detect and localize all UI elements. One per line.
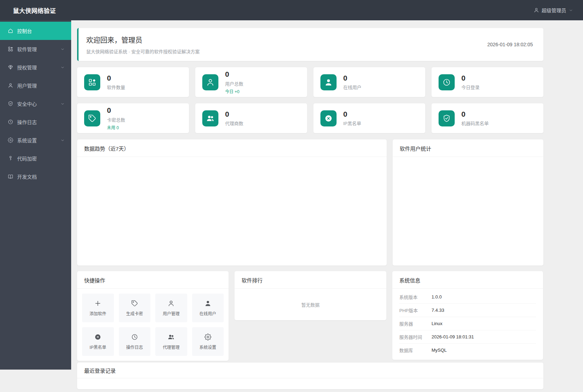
sidebar-item-encryption[interactable]: 代码加密: [0, 149, 71, 167]
bottom-row: 快捷操作 添加软件 生成卡密 用户管理 在线用户: [77, 271, 543, 361]
clock-icon: [442, 78, 451, 87]
system-info-panel: 系统信息 系统版本 1.0.0 PHP版本 7.4.33 服务器 Linux 服…: [392, 271, 543, 360]
chevron-down-icon: [569, 8, 573, 13]
shield-check-icon: [8, 101, 13, 106]
stat-card-ip-blacklist: 0IP黑名单: [313, 103, 425, 133]
quick-action-label: 代理管理: [163, 344, 179, 350]
chevron-down-icon: [60, 65, 65, 70]
sidebar-item-label: 控制台: [17, 27, 65, 34]
trend-chart-panel: 数据趋势（近7天）: [77, 139, 387, 266]
sidebar-item-license[interactable]: 授权管理: [0, 58, 71, 76]
quick-action-generate-keys[interactable]: 生成卡密: [119, 294, 151, 322]
book-icon: [8, 174, 13, 179]
stat-label: IP黑名单: [343, 120, 361, 126]
stat-card-card-keys: 0卡密总数未用 0: [77, 103, 189, 133]
stat-card-machine-blacklist: 0机器码黑名单: [432, 103, 543, 133]
system-info-value: MySQL: [432, 348, 447, 353]
system-info-value: 7.4.33: [432, 308, 444, 313]
sidebar-item-label: 代码加密: [17, 155, 65, 162]
sidebar-item-label: 授权管理: [17, 64, 56, 71]
sidebar-item-label: 系统设置: [17, 137, 56, 144]
quick-action-label: 生成卡密: [126, 310, 143, 316]
sidebar-item-label: 操作日志: [17, 118, 65, 125]
sidebar-item-label: 用户管理: [17, 82, 65, 89]
quick-actions-grid: 添加软件 生成卡密 用户管理 在线用户 IP黑名单: [77, 289, 229, 361]
stat-sub-label: 今日 +0: [225, 88, 243, 94]
system-info-label: 服务器时间: [399, 333, 432, 340]
sidebar-item-software[interactable]: 软件管理: [0, 40, 71, 58]
app-logo: 鼠大侠网络验证: [0, 6, 56, 15]
quick-action-ip-blacklist[interactable]: IP黑名单: [82, 327, 114, 356]
quick-action-operation-logs[interactable]: 操作日志: [119, 327, 151, 356]
stat-value: 0: [107, 106, 125, 115]
quick-action-label: 操作日志: [126, 344, 143, 350]
sidebar-item-docs[interactable]: 开发文档: [0, 167, 71, 186]
system-info-row: 服务器时间 2026-01-09 18:01:31: [399, 330, 536, 344]
empty-data-text: 暂无数据: [235, 289, 386, 320]
apps-icon: [8, 46, 13, 52]
quick-action-user-management[interactable]: 用户管理: [155, 294, 187, 322]
stat-label: 用户总数: [225, 80, 243, 87]
quick-action-add-software[interactable]: 添加软件: [82, 294, 114, 322]
user-icon: [168, 300, 175, 307]
sidebar-item-dashboard[interactable]: 控制台: [0, 22, 71, 40]
current-timestamp: 2026-01-09 18:02:05: [487, 42, 533, 47]
quick-action-agent-management[interactable]: 代理管理: [155, 327, 187, 356]
stat-card-online-users: 0在线用户: [313, 67, 425, 97]
app-header: 鼠大侠网络验证 超级管理员: [0, 0, 583, 20]
home-icon: [8, 28, 13, 34]
quick-action-system-settings[interactable]: 系统设置: [192, 327, 224, 356]
user-icon: [8, 83, 13, 88]
system-info-row: 数据库 MySQL: [399, 344, 536, 357]
user-icon: [206, 78, 215, 87]
sidebar-item-users[interactable]: 用户管理: [0, 76, 71, 95]
sidebar-item-label: 软件管理: [17, 46, 56, 53]
users-icon: [168, 333, 175, 341]
stat-value: 0: [461, 74, 480, 82]
system-info-label: 系统版本: [399, 294, 432, 300]
quick-actions-panel: 快捷操作 添加软件 生成卡密 用户管理 在线用户: [77, 271, 229, 361]
quick-action-label: 在线用户: [199, 310, 216, 316]
stat-icon-tile: [202, 110, 218, 126]
stat-label: 今日登录: [461, 84, 480, 90]
stat-value: 0: [343, 110, 361, 118]
stat-icon-tile: [202, 74, 218, 90]
stats-grid: 0软件数量 0用户总数今日 +0 0在线用户 0今日登录 0卡密总数未用 0 0…: [77, 67, 543, 133]
apps-icon: [88, 78, 96, 87]
welcome-subtitle: 鼠大侠网络验证系统 · 安全可靠的软件授权验证解决方案: [86, 48, 200, 55]
trend-chart-area: [77, 157, 387, 266]
system-info-label: 服务器: [399, 320, 432, 327]
gear-icon: [204, 333, 211, 341]
sidebar-item-settings[interactable]: 系统设置: [0, 131, 71, 149]
welcome-title: 欢迎回来，管理员: [86, 35, 200, 45]
software-user-chart-area: [393, 157, 543, 266]
chevron-down-icon: [60, 102, 65, 106]
stat-icon-tile: [439, 110, 455, 126]
clock-icon: [131, 333, 138, 341]
stat-label: 卡密总数: [107, 116, 125, 123]
user-filled-icon: [324, 78, 333, 87]
stat-icon-tile: [439, 74, 455, 90]
quick-action-label: 用户管理: [163, 310, 179, 316]
sidebar-item-security[interactable]: 安全中心: [0, 95, 71, 113]
trend-chart-title: 数据趋势（近7天）: [77, 139, 387, 157]
software-ranking-title: 软件排行: [235, 271, 386, 289]
stat-label: 代理商数: [225, 120, 243, 126]
user-menu[interactable]: 超级管理员: [534, 7, 583, 14]
stat-label: 机器码黑名单: [461, 120, 489, 126]
software-ranking-panel: 软件排行 暂无数据: [235, 271, 386, 320]
stat-label: 软件数量: [107, 84, 125, 90]
chevron-down-icon: [60, 47, 65, 51]
user-icon: [534, 7, 539, 13]
user-filled-icon: [204, 300, 211, 307]
sidebar-item-label: 开发文档: [17, 173, 65, 180]
quick-actions-title: 快捷操作: [77, 271, 229, 289]
stat-icon-tile: [84, 74, 100, 90]
stat-value: 0: [107, 74, 125, 82]
quick-action-online-users[interactable]: 在线用户: [192, 294, 224, 322]
sidebar-item-logs[interactable]: 操作日志: [0, 113, 71, 131]
software-user-chart-panel: 软件用户统计: [393, 139, 543, 266]
welcome-card: 欢迎回来，管理员 鼠大侠网络验证系统 · 安全可靠的软件授权验证解决方案 202…: [77, 28, 543, 61]
system-info-row: 系统版本 1.0.0: [399, 290, 536, 304]
stat-card-total-users: 0用户总数今日 +0: [195, 67, 307, 97]
